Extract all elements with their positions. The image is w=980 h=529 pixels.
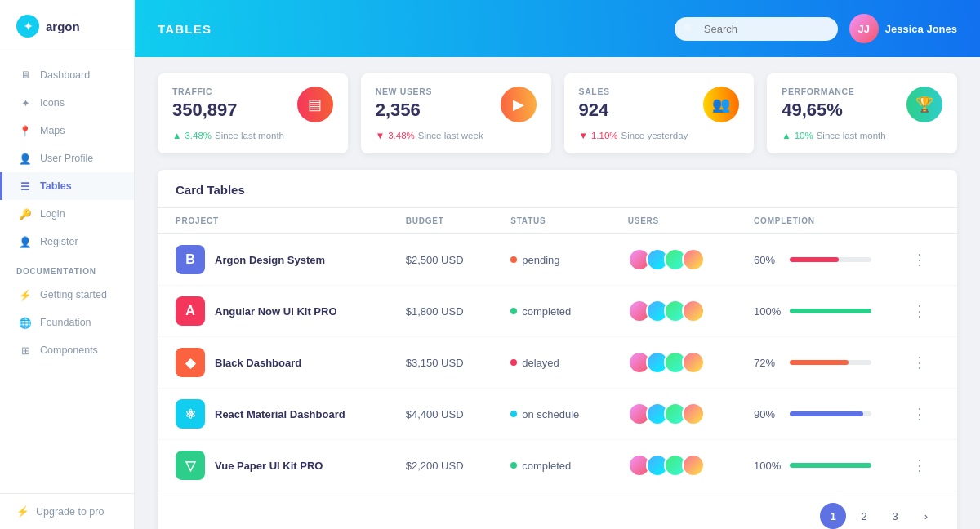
bolt-icon: ⚡ <box>16 505 29 518</box>
progress-bar <box>790 360 871 365</box>
project-icon: ⚛ <box>176 399 205 429</box>
user-avatars <box>628 300 718 322</box>
project-icon: ▽ <box>176 451 205 480</box>
stat-header: SALES 924 👥 <box>579 87 740 122</box>
project-icon: A <box>176 296 205 326</box>
table-card: Card Tables PROJECTBUDGETSTATUSUSERSCOMP… <box>158 170 957 529</box>
page-btn-2[interactable]: 2 <box>851 503 877 529</box>
table-row: ⚛ React Material Dashboard $4,400 USD on… <box>158 389 957 440</box>
actions-cell: ⋮ <box>889 440 957 491</box>
page-btn-1[interactable]: 1 <box>820 503 846 529</box>
stat-value: 49,65% <box>782 100 854 121</box>
users-cell <box>610 234 736 286</box>
project-cell: B Argon Design System <box>158 234 388 286</box>
user-avatars <box>628 402 718 425</box>
sidebar-item-components[interactable]: ⊞ Components <box>0 336 134 364</box>
progress-fill <box>790 463 871 468</box>
search-wrapper <box>675 17 838 41</box>
user-info[interactable]: JJ Jessica Jones <box>849 14 957 43</box>
user-avatar <box>682 402 705 425</box>
status-dot <box>510 411 517 417</box>
stat-card-new-users: NEW USERS 2,356 ▶ ▼ 3.48% Since last wee… <box>361 73 551 153</box>
completion-percent: 90% <box>754 408 782 420</box>
sidebar-item-label: Maps <box>40 125 65 136</box>
sidebar-item-label: Icons <box>40 97 65 109</box>
avatar: JJ <box>849 14 879 43</box>
status-text: pending <box>510 254 591 266</box>
more-button[interactable]: ⋮ <box>907 300 932 322</box>
stat-icon: ▤ <box>297 87 333 122</box>
change-arrow: ▲ <box>172 131 181 140</box>
change-label: Since yesterday <box>621 131 688 140</box>
sidebar-item-tables[interactable]: ☰ Tables <box>0 172 134 200</box>
upgrade-label: Upgrade to pro <box>36 506 104 518</box>
progress-bar <box>790 257 871 262</box>
sidebar: ✦ argon 🖥 Dashboard ✦ Icons 📍 Maps 👤 Use… <box>0 0 135 529</box>
stat-value: 2,356 <box>376 100 432 121</box>
change-label: Since last month <box>215 131 284 140</box>
more-button[interactable]: ⋮ <box>907 403 932 425</box>
status-cell: delayed <box>492 337 609 389</box>
sidebar-item-login[interactable]: 🔑 Login <box>0 200 134 228</box>
user-avatars <box>628 454 718 477</box>
projects-table: PROJECTBUDGETSTATUSUSERSCOMPLETION B Arg… <box>158 208 957 491</box>
stat-label: SALES <box>579 87 610 96</box>
search-input[interactable] <box>675 17 838 41</box>
more-button[interactable]: ⋮ <box>907 455 932 476</box>
pagination: 123› <box>158 491 957 529</box>
sidebar-item-label: Login <box>40 208 65 220</box>
budget-cell: $2,200 USD <box>388 440 493 491</box>
page-next-button[interactable]: › <box>913 503 939 529</box>
budget-cell: $1,800 USD <box>388 286 493 337</box>
sidebar-item-register[interactable]: 👤 Register <box>0 228 134 256</box>
sidebar-item-dashboard[interactable]: 🖥 Dashboard <box>0 61 134 89</box>
project-cell: ⚛ React Material Dashboard <box>158 389 388 440</box>
project-cell: A Angular Now UI Kit PRO <box>158 286 388 337</box>
sidebar-item-maps[interactable]: 📍 Maps <box>0 117 134 144</box>
sidebar-nav: 🖥 Dashboard ✦ Icons 📍 Maps 👤 User Profil… <box>0 51 134 493</box>
completion-cell: 100% <box>736 440 889 491</box>
project-name: Black Dashboard <box>215 357 301 369</box>
sidebar-item-icons[interactable]: ✦ Icons <box>0 89 134 117</box>
sidebar-item-label: Components <box>40 345 98 356</box>
users-cell <box>610 389 736 440</box>
more-button[interactable]: ⋮ <box>907 352 932 373</box>
user-avatar <box>682 454 705 477</box>
status-text: completed <box>510 460 591 472</box>
stat-change: ▼ 3.48% Since last week <box>376 131 537 140</box>
status-cell: completed <box>492 286 609 337</box>
sidebar-item-getting-started[interactable]: ⚡ Getting started <box>0 281 134 309</box>
sidebar-item-label: Getting started <box>40 289 107 300</box>
project-cell: ◆ Black Dashboard <box>158 337 388 389</box>
table-row: A Angular Now UI Kit PRO $1,800 USD comp… <box>158 286 957 337</box>
stat-change: ▼ 1.10% Since yesterday <box>579 131 740 140</box>
table-row: B Argon Design System $2,500 USD pending… <box>158 234 957 286</box>
upgrade-button[interactable]: ⚡ Upgrade to pro <box>16 505 118 518</box>
user-avatar <box>682 300 705 322</box>
user-avatars <box>628 248 718 271</box>
completion-cell: 90% <box>736 389 889 440</box>
stats-row: TRAFFIC 350,897 ▤ ▲ 3.48% Since last mon… <box>158 73 957 153</box>
sidebar-item-user-profile[interactable]: 👤 User Profile <box>0 144 134 172</box>
project-name: Vue Paper UI Kit PRO <box>215 460 323 472</box>
stat-header: NEW USERS 2,356 ▶ <box>376 87 537 122</box>
budget-value: $1,800 USD <box>406 305 464 318</box>
change-value: 10% <box>795 131 813 140</box>
sidebar-bottom: ⚡ Upgrade to pro <box>0 493 134 529</box>
table-wrapper: PROJECTBUDGETSTATUSUSERSCOMPLETION B Arg… <box>158 208 957 491</box>
budget-value: $2,200 USD <box>406 460 464 472</box>
change-value: 3.48% <box>185 131 212 140</box>
progress-bar <box>790 411 871 416</box>
stat-icon: 👥 <box>703 87 739 122</box>
content-area: TRAFFIC 350,897 ▤ ▲ 3.48% Since last mon… <box>135 57 980 529</box>
sidebar-item-foundation[interactable]: 🌐 Foundation <box>0 309 134 336</box>
table-row: ◆ Black Dashboard $3,150 USD delayed 72%… <box>158 337 957 389</box>
page-btn-3[interactable]: 3 <box>882 503 908 529</box>
table-row: ▽ Vue Paper UI Kit PRO $2,200 USD comple… <box>158 440 957 491</box>
project-name: Argon Design System <box>215 254 325 266</box>
more-button[interactable]: ⋮ <box>907 249 932 270</box>
col-header-status: STATUS <box>492 208 609 234</box>
status-dot <box>510 462 517 469</box>
card-table-title: Card Tables <box>176 183 245 197</box>
stat-info: SALES 924 <box>579 87 610 121</box>
